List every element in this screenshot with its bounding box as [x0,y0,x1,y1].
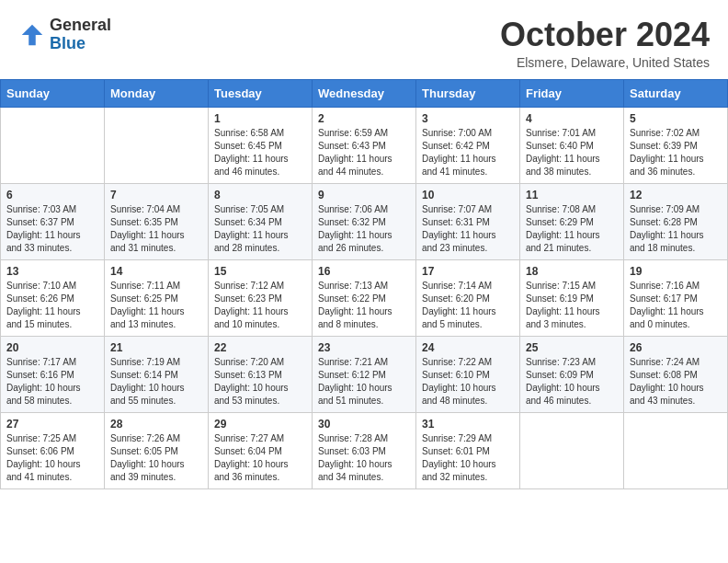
calendar-cell: 27Sunrise: 7:25 AM Sunset: 6:06 PM Dayli… [1,412,105,488]
day-number: 18 [526,265,618,278]
day-detail: Sunrise: 7:10 AM Sunset: 6:26 PM Dayligh… [6,280,98,331]
day-detail: Sunrise: 7:06 AM Sunset: 6:32 PM Dayligh… [318,203,410,255]
calendar-cell: 19Sunrise: 7:16 AM Sunset: 6:17 PM Dayli… [624,259,728,336]
calendar-cell: 26Sunrise: 7:24 AM Sunset: 6:08 PM Dayli… [624,336,728,412]
day-number: 8 [214,189,306,201]
day-detail: Sunrise: 7:03 AM Sunset: 6:37 PM Dayligh… [6,203,98,255]
day-number: 6 [6,189,98,201]
calendar-cell: 7Sunrise: 7:04 AM Sunset: 6:35 PM Daylig… [105,183,209,259]
day-header-tuesday: Tuesday [209,79,313,107]
day-header-monday: Monday [105,79,209,107]
calendar-cell: 6Sunrise: 7:03 AM Sunset: 6:37 PM Daylig… [1,183,105,259]
day-detail: Sunrise: 7:09 AM Sunset: 6:28 PM Dayligh… [630,203,722,255]
day-detail: Sunrise: 7:24 AM Sunset: 6:08 PM Dayligh… [630,356,722,408]
day-number: 2 [318,112,410,125]
day-number: 19 [630,265,722,278]
calendar-cell: 25Sunrise: 7:23 AM Sunset: 6:09 PM Dayli… [520,336,624,412]
calendar-cell: 1Sunrise: 6:58 AM Sunset: 6:45 PM Daylig… [209,107,313,183]
calendar-cell: 15Sunrise: 7:12 AM Sunset: 6:23 PM Dayli… [209,259,313,336]
calendar-cell: 2Sunrise: 6:59 AM Sunset: 6:43 PM Daylig… [313,107,416,183]
day-number: 9 [318,189,410,201]
calendar-cell: 20Sunrise: 7:17 AM Sunset: 6:16 PM Dayli… [1,336,105,412]
day-header-sunday: Sunday [1,79,105,107]
day-detail: Sunrise: 7:12 AM Sunset: 6:23 PM Dayligh… [214,280,306,331]
day-detail: Sunrise: 7:05 AM Sunset: 6:34 PM Dayligh… [214,203,306,255]
day-number: 29 [214,418,306,431]
calendar-cell: 9Sunrise: 7:06 AM Sunset: 6:32 PM Daylig… [313,183,416,259]
day-number: 11 [526,189,618,201]
location: Elsmere, Delaware, United States [500,55,710,70]
day-number: 13 [6,265,98,278]
calendar-cell: 17Sunrise: 7:14 AM Sunset: 6:20 PM Dayli… [416,259,520,336]
day-detail: Sunrise: 7:00 AM Sunset: 6:42 PM Dayligh… [422,127,514,178]
calendar-cell: 30Sunrise: 7:28 AM Sunset: 6:03 PM Dayli… [313,412,416,488]
calendar-cell [1,107,105,183]
svg-marker-0 [22,25,43,46]
page-header: General Blue October 2024 Elsmere, Delaw… [0,0,728,79]
day-header-saturday: Saturday [624,79,728,107]
day-detail: Sunrise: 7:11 AM Sunset: 6:25 PM Dayligh… [110,280,202,331]
day-detail: Sunrise: 7:16 AM Sunset: 6:17 PM Dayligh… [630,280,722,331]
week-row-5: 27Sunrise: 7:25 AM Sunset: 6:06 PM Dayli… [1,412,728,488]
calendar-cell: 24Sunrise: 7:22 AM Sunset: 6:10 PM Dayli… [416,336,520,412]
day-number: 28 [110,418,202,431]
day-number: 24 [422,341,514,354]
day-detail: Sunrise: 7:02 AM Sunset: 6:39 PM Dayligh… [630,127,722,178]
day-number: 31 [422,418,514,431]
logo-line2: Blue [50,35,111,53]
day-detail: Sunrise: 7:01 AM Sunset: 6:40 PM Dayligh… [526,127,618,178]
calendar-cell: 21Sunrise: 7:19 AM Sunset: 6:14 PM Dayli… [105,336,209,412]
calendar-cell: 31Sunrise: 7:29 AM Sunset: 6:01 PM Dayli… [416,412,520,488]
logo-text: General Blue [50,17,111,53]
calendar-cell: 3Sunrise: 7:00 AM Sunset: 6:42 PM Daylig… [416,107,520,183]
day-detail: Sunrise: 6:59 AM Sunset: 6:43 PM Dayligh… [318,127,410,178]
days-header-row: SundayMondayTuesdayWednesdayThursdayFrid… [1,79,728,107]
day-detail: Sunrise: 7:04 AM Sunset: 6:35 PM Dayligh… [110,203,202,255]
day-detail: Sunrise: 7:07 AM Sunset: 6:31 PM Dayligh… [422,203,514,255]
week-row-2: 6Sunrise: 7:03 AM Sunset: 6:37 PM Daylig… [1,183,728,259]
day-header-friday: Friday [520,79,624,107]
day-number: 4 [526,112,618,125]
month-title: October 2024 [500,17,710,53]
day-number: 27 [6,418,98,431]
day-number: 7 [110,189,202,201]
calendar-cell: 12Sunrise: 7:09 AM Sunset: 6:28 PM Dayli… [624,183,728,259]
day-detail: Sunrise: 7:22 AM Sunset: 6:10 PM Dayligh… [422,356,514,408]
day-detail: Sunrise: 7:20 AM Sunset: 6:13 PM Dayligh… [214,356,306,408]
calendar-cell: 8Sunrise: 7:05 AM Sunset: 6:34 PM Daylig… [209,183,313,259]
day-number: 17 [422,265,514,278]
day-detail: Sunrise: 7:25 AM Sunset: 6:06 PM Dayligh… [6,432,98,484]
calendar-cell: 18Sunrise: 7:15 AM Sunset: 6:19 PM Dayli… [520,259,624,336]
day-number: 14 [110,265,202,278]
calendar-cell: 14Sunrise: 7:11 AM Sunset: 6:25 PM Dayli… [105,259,209,336]
calendar-cell: 11Sunrise: 7:08 AM Sunset: 6:29 PM Dayli… [520,183,624,259]
day-detail: Sunrise: 7:19 AM Sunset: 6:14 PM Dayligh… [110,356,202,408]
calendar-cell [624,412,728,488]
day-number: 1 [214,112,306,125]
day-detail: Sunrise: 7:08 AM Sunset: 6:29 PM Dayligh… [526,203,618,255]
calendar-cell: 13Sunrise: 7:10 AM Sunset: 6:26 PM Dayli… [1,259,105,336]
day-detail: Sunrise: 7:28 AM Sunset: 6:03 PM Dayligh… [318,432,410,484]
day-number: 3 [422,112,514,125]
day-detail: Sunrise: 7:29 AM Sunset: 6:01 PM Dayligh… [422,432,514,484]
day-number: 25 [526,341,618,354]
day-detail: Sunrise: 7:27 AM Sunset: 6:04 PM Dayligh… [214,432,306,484]
calendar-cell: 29Sunrise: 7:27 AM Sunset: 6:04 PM Dayli… [209,412,313,488]
day-number: 21 [110,341,202,354]
day-detail: Sunrise: 7:17 AM Sunset: 6:16 PM Dayligh… [6,356,98,408]
day-number: 12 [630,189,722,201]
day-detail: Sunrise: 7:14 AM Sunset: 6:20 PM Dayligh… [422,280,514,331]
day-header-thursday: Thursday [416,79,520,107]
day-detail: Sunrise: 7:26 AM Sunset: 6:05 PM Dayligh… [110,432,202,484]
logo: General Blue [18,17,111,53]
day-number: 20 [6,341,98,354]
logo-icon [18,21,46,49]
week-row-1: 1Sunrise: 6:58 AM Sunset: 6:45 PM Daylig… [1,107,728,183]
day-number: 26 [630,341,722,354]
day-number: 10 [422,189,514,201]
calendar-cell: 28Sunrise: 7:26 AM Sunset: 6:05 PM Dayli… [105,412,209,488]
day-detail: Sunrise: 6:58 AM Sunset: 6:45 PM Dayligh… [214,127,306,178]
title-block: October 2024 Elsmere, Delaware, United S… [500,17,710,70]
day-number: 16 [318,265,410,278]
day-number: 23 [318,341,410,354]
